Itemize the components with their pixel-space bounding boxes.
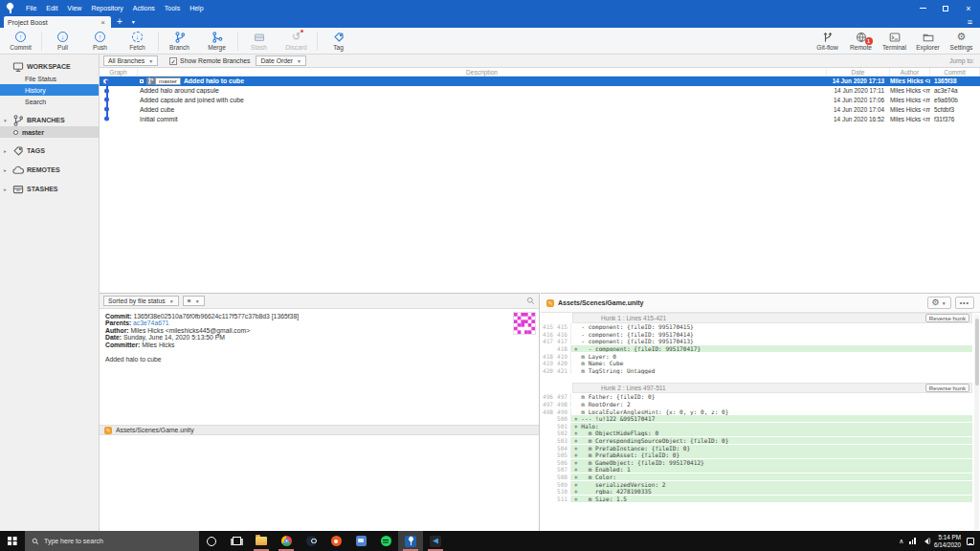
commit-metadata: Commit: 1365f38e02510a76f0fb96624c117f57…	[100, 309, 539, 366]
close-button[interactable]: ×	[957, 0, 980, 16]
taskbar-sourcetree-icon[interactable]	[398, 531, 423, 551]
search-icon[interactable]	[526, 297, 535, 305]
taskbar-search-box[interactable]: Type here to search	[25, 531, 199, 551]
branch-icon	[174, 32, 186, 43]
diff-line: 420421 m_TagString: Untagged	[541, 367, 980, 375]
toolbar-merge-button[interactable]: Merge	[198, 29, 235, 54]
taskbar-code-app-icon[interactable]	[423, 531, 448, 551]
taskbar-file-explorer-icon[interactable]	[249, 531, 274, 551]
menu-view[interactable]: View	[62, 5, 86, 11]
taskbar-spotify-icon[interactable]	[373, 531, 398, 551]
sidebar-section-header-branches[interactable]: ▾BRANCHES	[0, 114, 99, 126]
reverse-hunk-button[interactable]: Reverse hunk	[925, 384, 969, 392]
commit-row[interactable]: Initial commit14 Jun 2020 16:52Miles Hic…	[100, 114, 980, 123]
tab-dropdown-icon[interactable]: ▾	[128, 16, 139, 28]
taskbar-messaging-app-icon[interactable]	[348, 531, 373, 551]
column-header-date[interactable]: Date	[827, 68, 890, 76]
file-sort-select[interactable]: Sorted by file status ▼	[103, 296, 179, 306]
toolbar-pull-button[interactable]: ↓Pull	[44, 29, 81, 54]
toolbar-explorer-button[interactable]: Explorer	[911, 29, 945, 54]
commit-row[interactable]: Added capsule and joined with cube14 Jun…	[100, 96, 980, 105]
sidebar-section-header-remotes[interactable]: ▸REMOTES	[0, 164, 99, 176]
taskbar-chrome-icon[interactable]	[274, 531, 299, 551]
toolbar-gitflow-button[interactable]: Git-flow	[811, 29, 844, 54]
code-app-glyph	[430, 536, 441, 547]
scrollbar-thumb[interactable]	[975, 319, 979, 386]
diff-more-button[interactable]: •••	[955, 297, 974, 309]
toolbar-tag-button[interactable]: Tag	[320, 29, 357, 54]
sidebar-item-search[interactable]: Search	[0, 96, 99, 107]
toolbar-button-label: Push	[93, 44, 107, 51]
diff-line: 509+ serializedVersion: 2	[541, 480, 980, 488]
new-line-number: 508	[556, 474, 571, 480]
taskbar-cortana-icon[interactable]	[199, 531, 224, 551]
taskbar-origin-icon[interactable]	[323, 531, 348, 551]
diff-line-text: + m_Size: 1.5	[571, 496, 972, 502]
toolbar-branch-button[interactable]: Branch	[161, 29, 198, 54]
graph-connector-line	[106, 81, 108, 119]
column-header-author[interactable]: Author	[890, 68, 930, 76]
sort-order-select[interactable]: Date Order ▼	[256, 55, 306, 66]
toolbar-button-label: Merge	[208, 44, 226, 51]
diff-options-button[interactable]: ⚙ ▼	[927, 297, 951, 309]
menu-repository[interactable]: Repository	[86, 5, 127, 11]
sidebar-section-header-stashes[interactable]: ▸STASHES	[0, 183, 99, 195]
reverse-hunk-button[interactable]: Reverse hunk	[925, 314, 969, 322]
volume-icon[interactable]	[922, 539, 928, 544]
diff-scrollbar[interactable]	[974, 315, 979, 530]
tray-clock[interactable]: 5:14 PM 6/14/2020	[934, 534, 961, 549]
repo-tab[interactable]: Project Boost ×	[4, 16, 111, 28]
menu-file[interactable]: File	[21, 5, 41, 11]
maximize-button[interactable]	[934, 0, 957, 16]
commit-description: Added capsule and joined with cube	[140, 97, 244, 103]
menu-edit[interactable]: Edit	[41, 5, 62, 11]
tab-close-icon[interactable]: ×	[99, 18, 107, 27]
toolbar-commit-button[interactable]: ↑Commit	[2, 29, 39, 54]
changed-file-row[interactable]: ✎ Assets/Scenes/Game.unity	[100, 425, 539, 435]
tray-chevron-up-icon[interactable]: ∧	[899, 538, 903, 545]
jump-to-label: Jump to:	[949, 57, 976, 64]
sidebar-item-master[interactable]: master	[0, 126, 99, 138]
branch-badge: master	[146, 77, 181, 85]
toolbar-push-button[interactable]: ↑Push	[81, 29, 119, 54]
menu-tools[interactable]: Tools	[160, 5, 185, 11]
show-remote-checkbox[interactable]: ✓	[169, 57, 177, 65]
view-mode-select[interactable]: ≡ ▼	[183, 296, 205, 306]
toolbar-terminal-button[interactable]: Terminal	[878, 29, 911, 54]
taskbar-task-view-icon[interactable]	[224, 531, 249, 551]
new-tab-button[interactable]: +	[111, 16, 128, 28]
minimize-button[interactable]	[911, 0, 934, 16]
show-remote-checkbox-group[interactable]: ✓ Show Remote Branches	[169, 57, 250, 65]
toolbar-settings-button[interactable]: ⚙Settings	[945, 29, 978, 54]
menu-actions[interactable]: Actions	[128, 5, 160, 11]
commit-sha: 5cfdbf3	[930, 106, 980, 113]
diff-line-text: + m_ObjectHideFlags: 0	[571, 430, 972, 436]
toolbar-remote-button[interactable]: 1Remote	[844, 29, 878, 54]
windows-logo-icon	[8, 537, 17, 546]
toolbar-button-label: Discard	[285, 44, 306, 51]
sidebar-section-header-workspace[interactable]: WORKSPACE	[0, 60, 99, 73]
action-center-icon[interactable]	[967, 538, 974, 545]
parent-commit-link[interactable]: ac3e74a671	[133, 320, 168, 326]
menu-help[interactable]: Help	[185, 5, 208, 11]
branch-filter-select[interactable]: All Branches ▼	[103, 55, 158, 66]
overflow-menu-icon[interactable]: ≡	[960, 16, 980, 28]
diff-line-text: + m_PrefabInstance: {fileID: 0}	[571, 445, 972, 452]
column-header-description[interactable]: Description	[138, 68, 827, 76]
sidebar-section-stashes: ▸STASHES	[0, 183, 99, 195]
commit-row[interactable]: Added cube14 Jun 2020 17:04Miles Hicks <…	[100, 104, 980, 114]
commit-row[interactable]: Added halo around capsule14 Jun 2020 17:…	[100, 86, 980, 96]
commit-row[interactable]: masterAdded halo to cube14 Jun 2020 17:1…	[100, 77, 980, 86]
network-icon[interactable]	[909, 538, 916, 544]
sidebar-item-file-status[interactable]: File Status	[0, 73, 99, 84]
file-explorer-glyph	[256, 537, 267, 545]
sidebar-item-history[interactable]: History	[0, 84, 99, 96]
column-header-graph[interactable]: Graph	[100, 68, 138, 76]
column-header-commit[interactable]: Commit	[930, 68, 980, 76]
sidebar-section-header-tags[interactable]: ▸TAGS	[0, 144, 99, 157]
diff-line-text: m_Layer: 0	[571, 353, 972, 360]
diff-line-text: m_Father: {fileID: 0}	[571, 393, 972, 400]
start-button[interactable]	[0, 531, 25, 551]
taskbar-steam-icon[interactable]	[299, 531, 323, 551]
toolbar-fetch-button[interactable]: ↓Fetch	[119, 29, 156, 54]
